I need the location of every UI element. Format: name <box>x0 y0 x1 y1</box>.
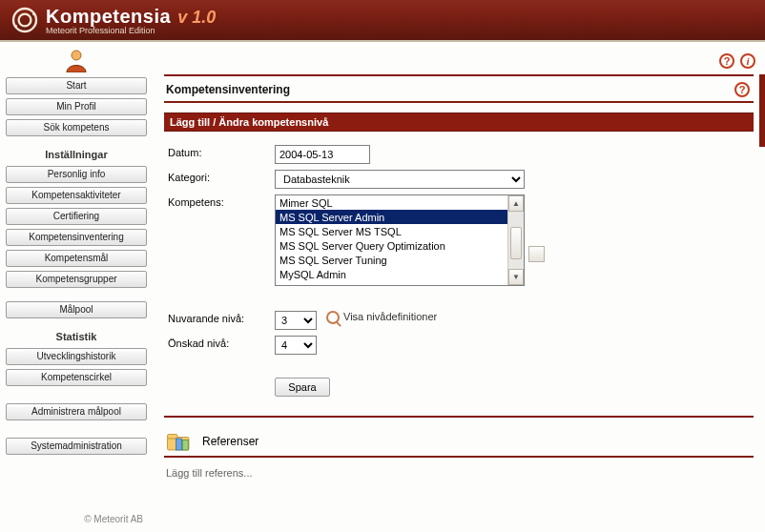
sidebar-item-malpool[interactable]: Målpool <box>6 301 147 318</box>
svg-point-0 <box>13 9 36 31</box>
list-item[interactable]: MS SQL Server Admin <box>276 210 507 224</box>
save-button[interactable]: Spara <box>275 378 330 397</box>
scroll-thumb[interactable] <box>510 227 522 259</box>
panel-right-accent <box>759 74 765 147</box>
label-nuvarande: Nuvarande nivå: <box>168 311 275 324</box>
list-item[interactable]: MS SQL Server Tuning <box>276 253 507 267</box>
label-kompetens: Kompetens: <box>168 194 275 208</box>
scroll-up-icon[interactable]: ▲ <box>508 195 524 212</box>
logo-icon <box>10 5 40 35</box>
main-content: Kompetensinventering ? Lägg till / Ändra… <box>153 42 765 532</box>
magnifier-icon <box>326 311 340 324</box>
kompetens-listbox[interactable]: Mimer SQL MS SQL Server Admin MS SQL Ser… <box>275 194 525 286</box>
svg-rect-8 <box>182 440 188 451</box>
profile-avatar-icon <box>6 48 147 72</box>
sidebar-heading-statistik: Statistik <box>6 331 147 342</box>
svg-point-2 <box>32 12 35 15</box>
svg-point-4 <box>72 51 81 60</box>
list-item[interactable]: MS SQL Server MS TSQL <box>276 224 507 238</box>
sidebar-item-administrera-malpool[interactable]: Administrera målpool <box>6 403 147 420</box>
panel-help-icon[interactable]: ? <box>734 82 750 97</box>
list-item[interactable]: MS SQL Server Query Optimization <box>276 238 507 253</box>
sidebar-item-certifiering[interactable]: Certifiering <box>6 208 147 225</box>
brand-version: v 1.0 <box>177 8 216 27</box>
sidebar-item-kompetenscirkel[interactable]: Kompetenscirkel <box>6 369 147 386</box>
aux-scrollbar[interactable] <box>528 246 545 263</box>
add-reference-link[interactable]: Lägg till referens... <box>164 465 754 484</box>
sidebar-item-kompetensaktiviteter[interactable]: Kompetensaktiviteter <box>6 187 147 204</box>
sidebar-item-min-profil[interactable]: Min Profil <box>6 98 147 115</box>
sidebar-item-utvecklingshistorik[interactable]: Utvecklingshistorik <box>6 348 147 365</box>
sidebar-heading-installningar: Inställningar <box>6 149 147 160</box>
sidebar-item-kompetensinventering[interactable]: Kompetensinventering <box>6 229 147 246</box>
svg-point-3 <box>14 25 17 28</box>
copyright: © Meteorit AB <box>6 514 147 528</box>
svg-rect-6 <box>168 435 178 440</box>
sidebar-item-kompetensmal[interactable]: Kompetensmål <box>6 250 147 267</box>
datum-field[interactable] <box>275 145 370 164</box>
sidebar-item-sok-kompetens[interactable]: Sök kompetens <box>6 119 147 136</box>
nuvarande-select[interactable]: 3 <box>275 311 317 330</box>
svg-point-1 <box>19 14 31 27</box>
references-title: Referenser <box>202 435 258 448</box>
sidebar-item-personlig-info[interactable]: Personlig info <box>6 166 147 183</box>
page-title: Kompetensinventering <box>166 83 290 96</box>
sidebar: Start Min Profil Sök kompetens Inställni… <box>0 42 153 532</box>
listbox-scrollbar[interactable]: ▲ ▼ <box>507 195 524 285</box>
sidebar-item-systemadministration[interactable]: Systemadministration <box>6 438 147 455</box>
label-datum: Datum: <box>168 145 275 158</box>
sidebar-item-start[interactable]: Start <box>6 77 147 94</box>
scroll-down-icon[interactable]: ▼ <box>508 269 524 285</box>
brand-name: Kompetensia <box>46 6 171 27</box>
references-icon <box>166 431 195 452</box>
section-title: Lägg till / Ändra kompetensnivå <box>164 113 754 132</box>
sidebar-item-kompetensgrupper[interactable]: Kompetensgrupper <box>6 271 147 288</box>
svg-rect-7 <box>176 439 182 450</box>
list-item[interactable]: Mimer SQL <box>276 195 507 210</box>
kategori-select[interactable]: Databasteknik <box>275 170 525 189</box>
level-definitions-link[interactable]: Visa nivådefinitioner <box>343 311 437 322</box>
list-item[interactable]: MySQL Admin <box>276 267 507 281</box>
onskad-select[interactable]: 4 <box>275 336 317 355</box>
app-banner: Kompetensia v 1.0 Meteorit Professional … <box>0 0 765 42</box>
label-onskad: Önskad nivå: <box>168 336 275 349</box>
label-kategori: Kategori: <box>168 170 275 183</box>
